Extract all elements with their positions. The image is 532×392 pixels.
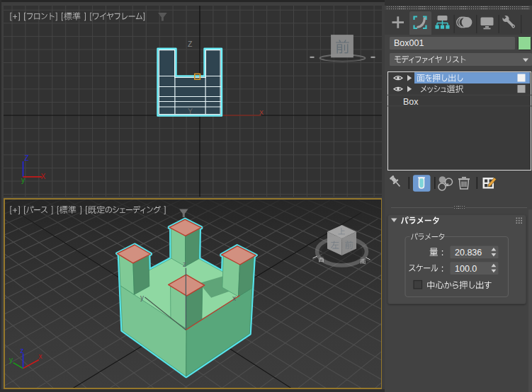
svg-text:z: z [183,260,186,268]
svg-text:y: y [21,176,25,184]
svg-text:y: y [9,356,13,364]
svg-text:z: z [20,347,23,354]
svg-text:Box: Box [403,97,419,107]
svg-text:X: X [40,172,45,180]
svg-text:Y: Y [188,106,193,115]
svg-text:20.836: 20.836 [455,247,482,257]
svg-text:x: x [38,352,42,360]
svg-text:x: x [232,294,236,302]
svg-text:Z: Z [188,40,193,48]
svg-text:X: X [259,108,264,115]
svg-text:y: y [140,294,144,301]
svg-text:Z: Z [24,154,28,162]
svg-text:100.0: 100.0 [455,263,477,273]
